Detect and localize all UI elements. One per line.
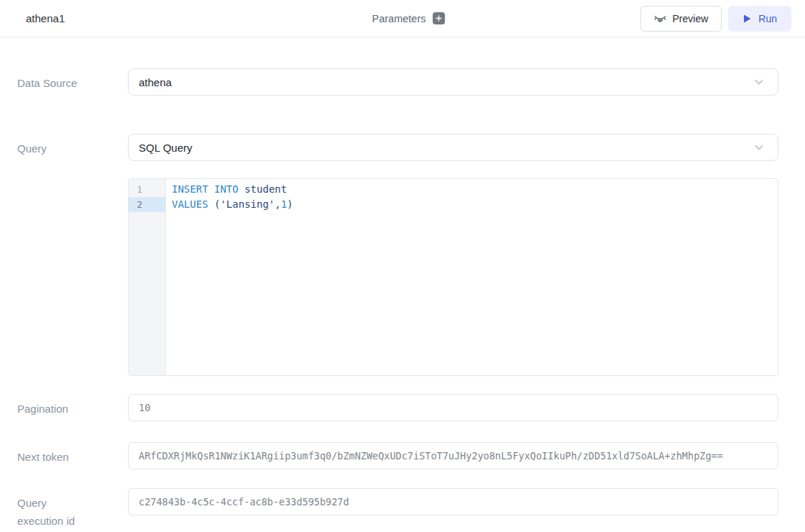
parameters-label: Parameters	[372, 13, 426, 24]
chevron-down-icon	[753, 142, 765, 153]
next-token-label: Next token	[17, 442, 128, 466]
sql-editor-label-spacer	[17, 178, 128, 184]
line-number: 1	[129, 182, 165, 197]
preview-button[interactable]: Preview	[640, 6, 722, 32]
query-execution-id-label: Query execution id	[17, 488, 128, 530]
query-type-select[interactable]: SQL Query	[128, 134, 778, 161]
add-parameter-button[interactable]	[433, 12, 445, 24]
query-type-label: Query	[17, 134, 128, 157]
run-button-label: Run	[758, 13, 777, 24]
plus-icon	[436, 15, 442, 22]
sql-editor[interactable]: 12 INSERT INTO studentVALUES ('Lansing',…	[128, 178, 778, 376]
field-row-query-execution-id: Query execution id	[17, 488, 778, 530]
data-source-value: athena	[139, 76, 753, 88]
sql-editor-gutter: 12	[129, 179, 166, 375]
query-type-value: SQL Query	[139, 142, 753, 154]
data-source-select[interactable]: athena	[128, 68, 778, 96]
run-button[interactable]: Run	[728, 6, 791, 32]
field-row-next-token: Next token	[17, 442, 778, 469]
play-icon	[742, 14, 752, 24]
line-number: 2	[129, 197, 165, 212]
code-line[interactable]: INSERT INTO student	[166, 182, 778, 197]
field-row-query-type: Query SQL Query	[17, 134, 778, 161]
pagination-input[interactable]	[128, 394, 778, 421]
code-line[interactable]: VALUES ('Lansing',1)	[166, 197, 778, 212]
eye-icon	[654, 13, 666, 24]
topbar: athena1 Parameters Preview Run	[0, 0, 805, 37]
field-row-sql-editor: 12 INSERT INTO studentVALUES ('Lansing',…	[17, 178, 778, 376]
query-title: athena1	[26, 12, 65, 24]
query-editor-form: Data Source athena Query SQL Query	[0, 68, 805, 530]
field-row-data-source: Data Source athena	[17, 68, 778, 96]
sql-editor-code[interactable]: INSERT INTO studentVALUES ('Lansing',1)	[166, 179, 778, 375]
chevron-down-icon	[753, 76, 765, 88]
next-token-input[interactable]	[128, 442, 778, 469]
pagination-label: Pagination	[17, 394, 128, 418]
query-execution-id-input[interactable]	[128, 488, 778, 515]
preview-button-label: Preview	[673, 13, 709, 24]
data-source-label: Data Source	[17, 68, 128, 92]
field-row-pagination: Pagination	[17, 394, 778, 421]
